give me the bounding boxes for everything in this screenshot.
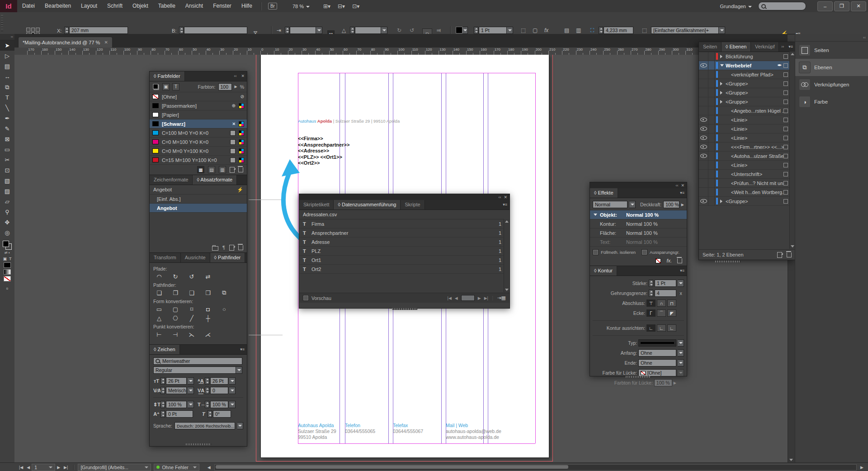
rotate-ccw-icon[interactable]: ↺ <box>410 27 414 33</box>
stroke-start-dropdown[interactable] <box>678 349 684 357</box>
delete-style-icon[interactable] <box>238 245 243 250</box>
object-style-field[interactable]: [Einfacher Grafikrahmen]+ <box>651 27 719 34</box>
stroke-weight-field[interactable]: 1 Pt <box>479 27 507 34</box>
x-stepper[interactable] <box>64 27 69 34</box>
dock-collapse-button[interactable]: ‹‹ <box>795 34 868 42</box>
tab-zeichenformate[interactable]: Zeichenformate <box>150 175 193 185</box>
tab-transform[interactable]: Transform <box>150 253 181 262</box>
panel-collapse-icon[interactable]: ‹‹ <box>675 183 678 188</box>
next-page-button[interactable]: ▶ <box>55 465 62 470</box>
lock-cell[interactable] <box>708 61 715 70</box>
item-indicator-square[interactable] <box>783 63 788 68</box>
panel-collapse-icon[interactable]: ‹‹ <box>498 195 501 200</box>
expand-icon[interactable] <box>720 100 722 104</box>
delete-effect-icon[interactable] <box>677 258 682 263</box>
width-field[interactable] <box>184 27 247 34</box>
preview-checkbox[interactable] <box>303 295 309 301</box>
screen-mode-button[interactable]: ▫ <box>0 283 14 294</box>
swatch-row[interactable]: C=15 M=100 Y=100 K=0 <box>150 156 247 165</box>
lock-cell[interactable] <box>708 197 715 205</box>
visibility-cell[interactable] <box>699 115 708 124</box>
panel-menu-icon[interactable]: ▾≡ <box>678 266 687 276</box>
item-indicator-square[interactable] <box>783 199 788 204</box>
isolate-blending-checkbox[interactable] <box>593 249 599 255</box>
stroke-type-dropdown[interactable] <box>678 339 684 347</box>
previous-page-button[interactable]: ◀ <box>25 465 32 470</box>
selection-tool[interactable]: ➤ <box>0 40 14 51</box>
item-indicator-square[interactable] <box>783 181 788 186</box>
free-transform-tool[interactable]: ⊡ <box>0 165 14 176</box>
item-indicator-square[interactable] <box>783 118 788 122</box>
panel-title-bar[interactable]: ‹‹ ✕ <box>590 182 687 188</box>
new-style-icon[interactable] <box>229 245 234 251</box>
panel-menu-icon[interactable]: ▾≡ <box>238 345 247 354</box>
note-tool[interactable]: ▱ <box>0 196 14 207</box>
language-field[interactable]: Deutsch: 2006 Rechtschreib... <box>175 422 235 429</box>
intersect-icon[interactable]: ❑ <box>186 288 198 297</box>
gap-color-dropdown[interactable] <box>678 369 684 376</box>
item-indicator-square[interactable] <box>783 54 788 59</box>
tab-kontur[interactable]: ◊ Kontur <box>590 266 617 276</box>
eye-icon[interactable] <box>700 136 707 140</box>
item-indicator-square[interactable] <box>783 172 788 176</box>
scroll-right-button[interactable]: ▶ <box>859 465 865 470</box>
fill-dropdown[interactable] <box>462 27 468 34</box>
lock-cell[interactable] <box>708 79 715 88</box>
item-indicator-square[interactable] <box>783 154 788 158</box>
convert-triangle-icon[interactable]: △ <box>153 314 165 323</box>
baseline-shift-stepper[interactable] <box>160 410 165 418</box>
blend-mode-dropdown[interactable] <box>629 201 636 208</box>
horizontal-scale-stepper[interactable] <box>205 401 209 408</box>
hand-tool[interactable]: ✥ <box>0 217 14 228</box>
panel-collapse-icon[interactable]: ‹‹ <box>231 71 239 81</box>
collapse-icon[interactable] <box>720 64 724 67</box>
style-row[interactable]: [Einf. Abs.] <box>150 195 247 204</box>
layer-row[interactable]: <Unterschrift> <box>699 170 795 179</box>
previous-record-button[interactable]: ◀ <box>455 296 458 300</box>
direct-selection-tool[interactable]: ▷ <box>0 51 14 61</box>
lock-cell[interactable] <box>708 188 715 196</box>
object-style-dropdown[interactable] <box>719 27 725 34</box>
stroke-weight-dropdown[interactable] <box>507 27 513 34</box>
open-path-icon[interactable]: ↻ <box>170 272 181 281</box>
visibility-cell[interactable] <box>699 97 708 106</box>
layer-row[interactable]: <Gruppe> <box>699 197 795 206</box>
scale-x-stepper[interactable] <box>285 27 289 34</box>
expand-icon[interactable] <box>720 91 722 95</box>
page-number-field[interactable]: 1 <box>32 464 55 471</box>
layer-row[interactable]: Blickführung <box>699 52 795 61</box>
close-button[interactable]: ✕ <box>851 1 866 11</box>
menu-layout[interactable]: Layout <box>76 0 102 12</box>
reverse-path-icon[interactable]: ⇄ <box>202 272 214 281</box>
tab-ebenen[interactable]: ◊ Ebenen <box>722 42 751 52</box>
lock-cell[interactable] <box>708 70 715 79</box>
subtract-icon[interactable]: ❐ <box>170 288 181 297</box>
ruler-origin-box[interactable] <box>14 48 22 55</box>
lock-cell[interactable] <box>708 133 715 142</box>
menu-ansicht[interactable]: Ansicht <box>180 0 208 12</box>
rotation-stepper[interactable] <box>350 27 354 34</box>
tracking-dropdown[interactable] <box>229 387 236 394</box>
data-field-row[interactable]: TAnsprechpartner1 <box>299 228 509 238</box>
workspace-switcher[interactable]: Grundlagen <box>720 4 752 9</box>
dock-item-ebenen[interactable]: ⧉Ebenen <box>795 59 868 76</box>
lock-cell[interactable] <box>708 52 715 61</box>
round-cap-icon[interactable]: ∩ <box>657 300 666 307</box>
stroke-start-field[interactable]: Ohne <box>638 349 676 357</box>
lock-cell[interactable] <box>708 179 715 187</box>
vertical-scale-stepper[interactable] <box>160 401 165 408</box>
pencil-tool[interactable]: ✎ <box>0 124 14 134</box>
sender-line[interactable]: Autohaus Apolda | Sulzaer Straße 29 | 99… <box>298 119 400 124</box>
arrange-documents-button[interactable]: ⊡▾ <box>352 3 359 10</box>
merge-panel-scrollbar[interactable] <box>504 219 509 292</box>
convert-line-icon[interactable]: ╱ <box>186 314 198 323</box>
eye-icon[interactable] <box>700 118 707 122</box>
menu-fenster[interactable]: Fenster <box>208 0 236 12</box>
show-all-swatches-button[interactable]: ▦ <box>197 166 204 173</box>
gap-tool[interactable]: ↔ <box>0 71 14 82</box>
horizontal-scale-dropdown[interactable] <box>229 401 236 408</box>
content-collector-tool[interactable]: ⧉ <box>0 82 14 92</box>
convert-rounded-rect-icon[interactable]: ▢ <box>170 304 181 314</box>
expand-icon[interactable] <box>594 214 597 216</box>
item-indicator-square[interactable] <box>783 136 788 140</box>
